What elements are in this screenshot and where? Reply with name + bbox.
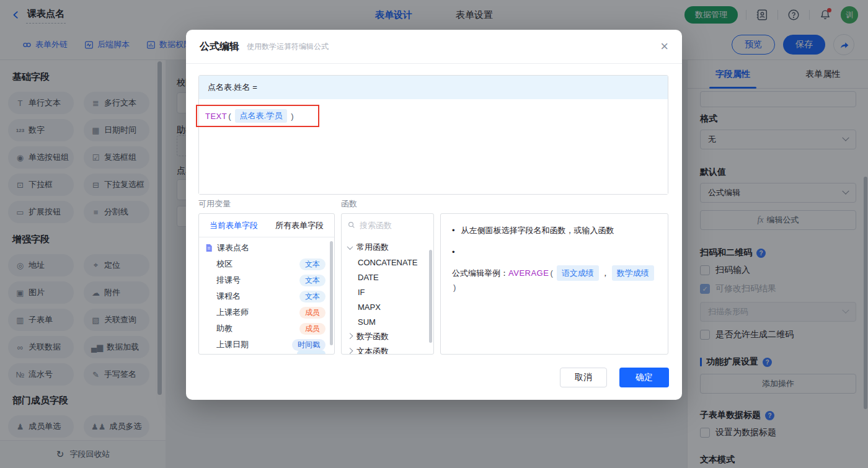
paren-open: ( [550,267,552,280]
function-group-text[interactable]: 文本函数 [342,344,433,354]
tree-root-label: 课表点名 [217,242,249,254]
variables-label: 可用变量 [198,198,231,210]
type-badge: 文本 [299,258,326,270]
variable-row[interactable]: 助教成员 [199,320,334,337]
formula-annotation-box: TEXT ( 点名表.学员 ) [196,105,319,127]
formula-target: 点名表.姓名 = [199,76,668,99]
field-chip: 数学成绩 [612,265,654,281]
document-icon [205,244,213,252]
formula-input-area[interactable]: TEXT ( 点名表.学员 ) [199,99,668,194]
variable-name: 校区 [216,258,232,270]
modal-header: 公式编辑 使用数学运算符编辑公式 × [186,30,682,64]
group-label: 数学函数 [356,331,389,342]
search-icon [348,221,355,229]
variable-row[interactable]: 上课老师成员 [199,304,334,320]
function-item-if[interactable]: IF [342,285,433,299]
scrollbar-thumb[interactable] [330,241,333,345]
variable-row[interactable]: 校区文本 [199,256,334,272]
close-icon[interactable]: × [660,40,668,53]
help-tip-1: 从左侧面板选择字段名和函数，或输入函数 [452,224,657,237]
help-example-function: AVERAGE [508,267,549,280]
formula-function-name: TEXT [205,112,227,121]
confirm-button[interactable]: 确定 [619,368,669,387]
variable-name: 助教 [216,323,232,334]
paren-close: ) [453,281,456,294]
variables-tabs: 当前表单字段 所有表单字段 [199,214,334,237]
cancel-button[interactable]: 取消 [560,368,607,387]
help-panel: 从左侧面板选择字段名和函数，或输入函数 公式编辑举例： AVERAGE ( 语文… [440,213,668,355]
formula-editor-modal: 公式编辑 使用数学运算符编辑公式 × 点名表.姓名 = TEXT ( 点名表.学… [186,30,682,400]
function-item-concatenate[interactable]: CONCATENATE [342,255,433,270]
variable-row[interactable]: 课程名文本 [199,288,334,304]
app-window: 课表点名 表单设计 表单设置 数据管理 训 [0,0,868,468]
type-badge: 文本 [299,275,326,286]
chevron-right-icon [347,348,353,354]
help-tip-2: 公式编辑举例： AVERAGE ( 语文成绩 ， 数学成绩 ) [452,245,657,294]
variable-name: 排课号 [216,275,241,286]
type-badge: 成员 [299,307,326,319]
variables-tree: 课表点名 校区文本 排课号文本 课程名文本 上课老师成员 助教成员 上课日期时间… [199,237,334,354]
function-item-mapx[interactable]: MAPX [342,299,433,314]
variables-panel: 当前表单字段 所有表单字段 课表点名 校区文本 排课号文本 课程名文本 上课老师… [198,213,335,355]
variable-name: 上课日期 [216,339,249,350]
type-badge: 成员 [299,323,326,335]
function-group-common[interactable]: 常用函数 [342,240,433,255]
chevron-down-icon [347,244,353,250]
comma: ， [601,267,609,280]
help-tip-text: 从左侧面板选择字段名和函数，或输入函数 [461,224,614,237]
group-label: 常用函数 [356,242,389,253]
field-chip[interactable]: 点名表.学员 [235,109,288,123]
search-input[interactable] [360,221,427,230]
tree-root-row[interactable]: 课表点名 [199,240,334,256]
paren-close: ) [291,112,293,121]
chevron-right-icon [347,333,353,339]
function-search-row [342,214,433,236]
tab-all-form-fields[interactable]: 所有表单字段 [275,220,324,231]
variable-name: 上课老师 [216,307,249,318]
scrollbar-thumb[interactable] [429,250,432,343]
modal-subtitle: 使用数学运算符编辑公式 [247,42,329,52]
clipped-badge [297,350,326,354]
function-item-date[interactable]: DATE [342,270,433,285]
functions-panel: 常用函数 CONCATENATE DATE IF MAPX SUM 数学函数 文… [341,213,434,355]
formula-editor-box: 点名表.姓名 = TEXT ( 点名表.学员 ) [198,75,668,195]
function-group-math[interactable]: 数学函数 [342,329,433,344]
type-badge: 时间戳 [292,339,326,351]
function-item-sum[interactable]: SUM [342,314,433,329]
paren-open: ( [228,112,231,121]
functions-label: 函数 [341,198,357,210]
tab-current-form-fields[interactable]: 当前表单字段 [210,220,258,231]
group-label: 文本函数 [356,346,389,354]
modal-title: 公式编辑 [200,40,239,53]
help-example-prefix: 公式编辑举例： [452,267,508,280]
type-badge: 文本 [299,291,326,302]
variable-name: 课程名 [216,291,241,302]
function-tree: 常用函数 CONCATENATE DATE IF MAPX SUM 数学函数 文… [342,236,433,354]
variable-row[interactable]: 排课号文本 [199,272,334,288]
field-chip: 语文成绩 [557,265,599,281]
